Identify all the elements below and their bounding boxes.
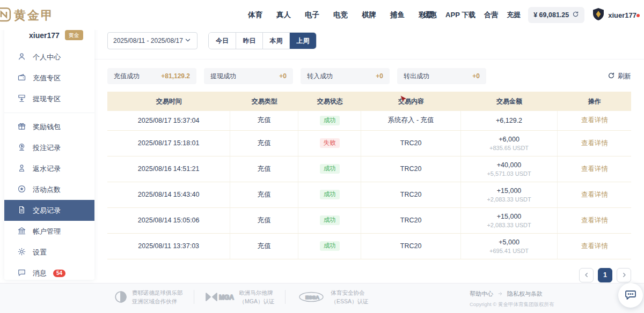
- cell-status: 失败: [298, 131, 361, 156]
- cell-status: 成功: [298, 234, 361, 259]
- date-range-select[interactable]: 2025/08/11 - 2025/08/17: [107, 32, 197, 49]
- cell-status: 成功: [298, 182, 361, 207]
- sidebar-user: xiuer177 黄金: [4, 28, 94, 47]
- cell-type: 充值: [230, 182, 298, 207]
- cell-content: TRC20: [361, 234, 460, 259]
- quick-link-2[interactable]: 合营: [484, 10, 498, 20]
- cell-status: 成功: [298, 156, 361, 182]
- user-menu[interactable]: xiuer177: [592, 8, 640, 23]
- sidebar-item-7[interactable]: 交易记录: [4, 200, 94, 221]
- range-button-0[interactable]: 今日: [209, 33, 236, 49]
- summary-value: +81,129.2: [161, 72, 190, 80]
- view-details-link[interactable]: 查看详情: [560, 139, 629, 148]
- content-value: TRC20: [363, 242, 458, 250]
- cell-action: 查看详情: [558, 182, 631, 207]
- customer-service-button[interactable]: [618, 283, 643, 308]
- wallet-icon: [17, 73, 26, 82]
- cell-type: 充值: [230, 131, 298, 156]
- nav-item-0[interactable]: 体育: [248, 10, 262, 20]
- avatar-shield-icon: [592, 8, 605, 23]
- view-details-link[interactable]: 查看详情: [560, 190, 629, 199]
- chevron-right-icon: [621, 272, 627, 278]
- view-details-link[interactable]: 查看详情: [560, 216, 629, 225]
- notification-dot: [636, 14, 640, 17]
- cell-type: 充值: [230, 234, 298, 259]
- certification-2: ESSA体育安全协会（ESSA）认证: [296, 288, 368, 306]
- help-center-link[interactable]: 帮助中心: [470, 290, 493, 298]
- refresh-balance-icon[interactable]: [572, 11, 579, 19]
- cell-amount: +5,000+695.41 USDT: [461, 234, 558, 259]
- pagination: 1: [94, 259, 644, 282]
- type-value: 充值: [232, 139, 296, 148]
- range-button-3[interactable]: 上周: [289, 33, 316, 49]
- summary-chip-1: 提现成功+0: [204, 68, 293, 84]
- nav-item-2[interactable]: 电子: [305, 10, 319, 20]
- sidebar-item-8[interactable]: 帐户管理: [4, 221, 94, 242]
- summary-label: 充值成功: [114, 72, 140, 81]
- copyright-text: Copyright © 黄金甲体育集团版权所有: [470, 301, 554, 308]
- sidebar-item-6[interactable]: 活动点数: [4, 179, 94, 200]
- range-button-1[interactable]: 昨日: [236, 33, 262, 49]
- brand-logo[interactable]: 黄金甲: [0, 6, 54, 24]
- type-value: 充值: [232, 216, 296, 225]
- sidebar-item-4[interactable]: 投注记录: [4, 137, 94, 158]
- refresh-button[interactable]: 刷新: [608, 72, 631, 81]
- essa-logo: ESSA: [296, 291, 326, 303]
- nav-item-5[interactable]: 捕鱼: [390, 10, 405, 20]
- cell-content: 系统存入 - 充值: [361, 111, 460, 130]
- view-details-link[interactable]: 查看详情: [560, 242, 629, 251]
- cell-amount: +15,000+2,083.33 USDT: [461, 182, 558, 207]
- bank-icon: [17, 226, 26, 235]
- balance-pill[interactable]: ¥ 69,081.25: [528, 7, 584, 23]
- cell-type: 充值: [230, 208, 298, 233]
- cert-line2: （ESSA）认证: [331, 297, 368, 305]
- summary-value: +0: [279, 72, 287, 80]
- time-value: 2025/08/17 15:37:04: [109, 117, 228, 124]
- amount-usdt-value: +835.65 USDT: [463, 145, 555, 151]
- nav-item-4[interactable]: 棋牌: [362, 10, 376, 20]
- summary-chip-3: 转出成功+0: [397, 68, 486, 84]
- cell-time: 2025/08/14 15:43:40: [107, 182, 230, 207]
- nav-item-3[interactable]: 电竞: [333, 10, 348, 20]
- cell-action: 查看详情: [558, 111, 631, 130]
- amount-value: +15,000: [463, 213, 555, 220]
- sidebar-item-5[interactable]: 返水记录: [4, 158, 94, 179]
- view-details-link[interactable]: 查看详情: [560, 165, 629, 174]
- quick-link-3[interactable]: 充提: [507, 10, 521, 20]
- range-button-2[interactable]: 本周: [262, 33, 289, 49]
- primary-nav: 体育真人电子电竞棋牌捕鱼彩票: [248, 0, 433, 30]
- withdraw-icon: [17, 94, 26, 103]
- cell-content: TRC20: [361, 182, 460, 207]
- withdraw-icon: [17, 94, 26, 105]
- column-header-1: 交易类型: [230, 97, 298, 106]
- page-number-button[interactable]: 1: [598, 268, 612, 282]
- summary-chip-0: 充值成功+81,129.2: [107, 68, 196, 84]
- cell-time: 2025/08/14 15:05:06: [107, 208, 230, 233]
- cert-divider: [194, 290, 194, 304]
- content-value: TRC20: [363, 217, 458, 224]
- quick-link-1[interactable]: APP 下载: [445, 10, 475, 20]
- nav-item-1[interactable]: 真人: [276, 10, 291, 20]
- privacy-terms-link[interactable]: 隐私权与条款: [507, 290, 543, 298]
- view-details-link[interactable]: 查看详情: [560, 116, 629, 125]
- sidebar-item-3[interactable]: 奖励钱包: [4, 116, 94, 137]
- sidebar-item-1[interactable]: 充值专区: [4, 68, 94, 88]
- time-value: 2025/08/11 13:37:03: [109, 242, 228, 250]
- summary-value: +0: [472, 72, 480, 80]
- amount-value: +15,000: [463, 187, 555, 195]
- content-value: TRC20: [363, 165, 458, 173]
- sidebar-item-10[interactable]: 消息54: [4, 263, 94, 284]
- date-range-value: 2025/08/11 - 2025/08/17: [113, 37, 183, 44]
- footer-links-block: 帮助中心 隐私权与条款 Copyright © 黄金甲体育集团版权所有: [470, 290, 554, 308]
- amount-usdt-value: +2,083.33 USDT: [463, 196, 555, 203]
- status-badge: 成功: [320, 190, 340, 199]
- sidebar-item-9[interactable]: 设置: [4, 242, 94, 263]
- quick-link-0[interactable]: 优惠: [423, 10, 437, 20]
- arrow-right-icon: [497, 291, 503, 297]
- content-value: TRC20: [363, 191, 458, 198]
- sidebar-item-0[interactable]: 个人中心: [4, 47, 94, 68]
- bank-icon: [17, 226, 26, 237]
- next-page-button[interactable]: [617, 268, 631, 282]
- prev-page-button[interactable]: [579, 268, 594, 282]
- sidebar-item-2[interactable]: 提现专区: [4, 88, 94, 109]
